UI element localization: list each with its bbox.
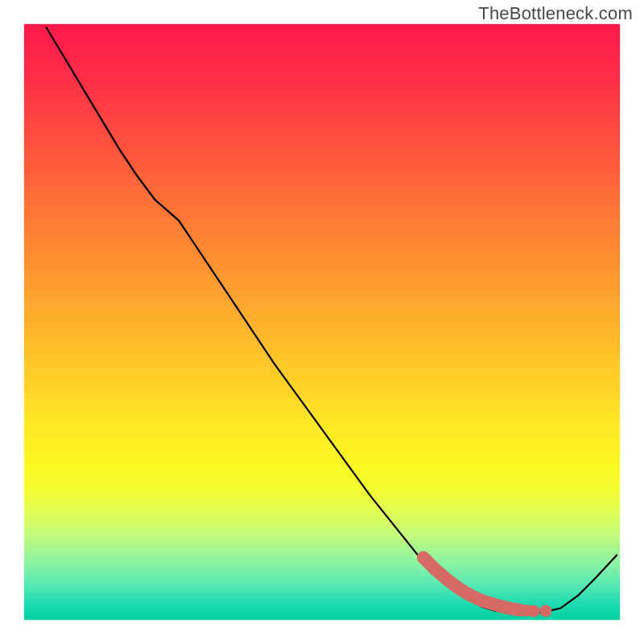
highlight-dots: [521, 605, 552, 617]
frame-left: [0, 0, 24, 644]
highlight-dot: [539, 605, 551, 617]
frame-right: [620, 0, 644, 644]
highlight-dot: [527, 605, 539, 617]
frame-bottom: [0, 620, 644, 644]
watermark-text: TheBottleneck.com: [478, 3, 633, 24]
chart-container: TheBottleneck.com: [0, 0, 644, 644]
gradient-background: [24, 24, 621, 621]
chart-svg: [0, 0, 644, 644]
